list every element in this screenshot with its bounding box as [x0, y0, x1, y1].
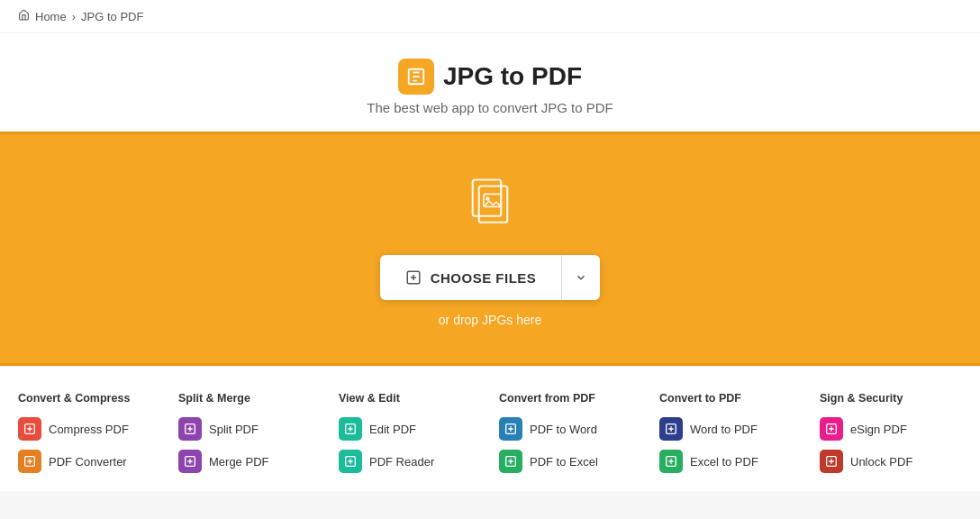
footer-tool-item[interactable]: Unlock PDF — [820, 450, 962, 473]
footer-tool-item[interactable]: PDF Reader — [339, 450, 481, 473]
tool-icon — [178, 417, 202, 441]
tool-icon — [820, 450, 843, 473]
tool-item-label: Word to PDF — [690, 423, 758, 436]
footer-col-view-&-edit: View & EditEdit PDFPDF Reader — [339, 392, 481, 482]
home-icon — [18, 9, 30, 23]
choose-files-button[interactable]: CHOOSE FILES — [380, 255, 562, 300]
footer-tool-item[interactable]: Excel to PDF — [659, 450, 802, 473]
footer-col-heading: Convert & Compress — [18, 392, 160, 405]
tool-item-label: eSign PDF — [850, 423, 907, 436]
page-header: JPG to PDF The best web app to convert J… — [0, 33, 980, 132]
footer-tool-item[interactable]: PDF to Excel — [499, 450, 641, 473]
footer-col-heading: Split & Merge — [178, 392, 321, 405]
tool-item-label: Excel to PDF — [690, 455, 758, 469]
footer-tool-item[interactable]: Compress PDF — [18, 417, 160, 441]
page-title: JPG to PDF — [443, 62, 582, 91]
footer-col-split-&-merge: Split & MergeSplit PDFMerge PDF — [178, 392, 321, 482]
breadcrumb-current: JPG to PDF — [81, 10, 143, 23]
tool-item-label: PDF to Excel — [530, 455, 598, 469]
footer-col-convert-&-compress: Convert & CompressCompress PDFPDF Conver… — [18, 392, 160, 482]
choose-files-group[interactable]: CHOOSE FILES — [380, 255, 601, 300]
tool-item-label: PDF Converter — [49, 455, 127, 469]
tool-icon — [18, 417, 41, 441]
footer-tool-item[interactable]: Split PDF — [178, 417, 321, 441]
tool-item-label: PDF to Word — [530, 423, 597, 436]
footer-col-heading: View & Edit — [339, 392, 481, 405]
footer-tool-item[interactable]: PDF Converter — [18, 450, 160, 473]
choose-files-dropdown-button[interactable] — [561, 255, 600, 300]
footer-col-heading: Convert from PDF — [499, 392, 641, 405]
footer-tool-item[interactable]: Merge PDF — [178, 450, 321, 473]
tool-icon — [659, 417, 683, 441]
tool-item-label: Merge PDF — [209, 455, 268, 469]
breadcrumb-home[interactable]: Home — [35, 10, 67, 23]
footer-col-convert-from-pdf: Convert from PDFPDF to WordPDF to Excel — [499, 392, 641, 482]
footer-col-heading: Sign & Security — [820, 392, 962, 405]
tools-grid: Convert & CompressCompress PDFPDF Conver… — [18, 392, 962, 482]
tool-icon — [339, 450, 362, 473]
tool-icon — [659, 450, 683, 473]
tool-icon — [499, 417, 522, 441]
tool-item-label: Split PDF — [209, 423, 259, 436]
breadcrumb-separator: › — [72, 10, 76, 23]
page-subtitle: The best web app to convert JPG to PDF — [18, 100, 962, 115]
tool-icon — [499, 450, 522, 473]
footer-col-convert-to-pdf: Convert to PDFWord to PDFExcel to PDF — [659, 392, 802, 482]
file-upload-icon — [458, 170, 522, 237]
tool-icon — [339, 417, 362, 441]
tool-item-label: Compress PDF — [49, 423, 129, 436]
svg-point-4 — [485, 196, 489, 200]
tool-icon — [18, 450, 41, 473]
footer-tool-item[interactable]: eSign PDF — [820, 417, 962, 441]
footer-tool-item[interactable]: PDF to Word — [499, 417, 641, 441]
footer-col-sign-&-security: Sign & SecurityeSign PDFUnlock PDF — [820, 392, 962, 482]
footer-tool-item[interactable]: Edit PDF — [339, 417, 481, 441]
breadcrumb: Home › JPG to PDF — [0, 0, 980, 33]
footer-tool-item[interactable]: Word to PDF — [659, 417, 802, 441]
tool-icon — [820, 417, 843, 441]
tools-footer: Convert & CompressCompress PDFPDF Conver… — [0, 366, 980, 491]
drop-hint-text: or drop JPGs here — [439, 313, 541, 327]
choose-files-label: CHOOSE FILES — [431, 270, 537, 286]
dropzone[interactable]: CHOOSE FILES or drop JPGs here — [0, 132, 980, 366]
tool-icon — [178, 450, 202, 473]
tool-item-label: Edit PDF — [369, 423, 416, 436]
app-icon — [398, 59, 434, 95]
footer-col-heading: Convert to PDF — [659, 392, 802, 405]
tool-item-label: PDF Reader — [369, 455, 434, 469]
tool-item-label: Unlock PDF — [850, 455, 912, 469]
